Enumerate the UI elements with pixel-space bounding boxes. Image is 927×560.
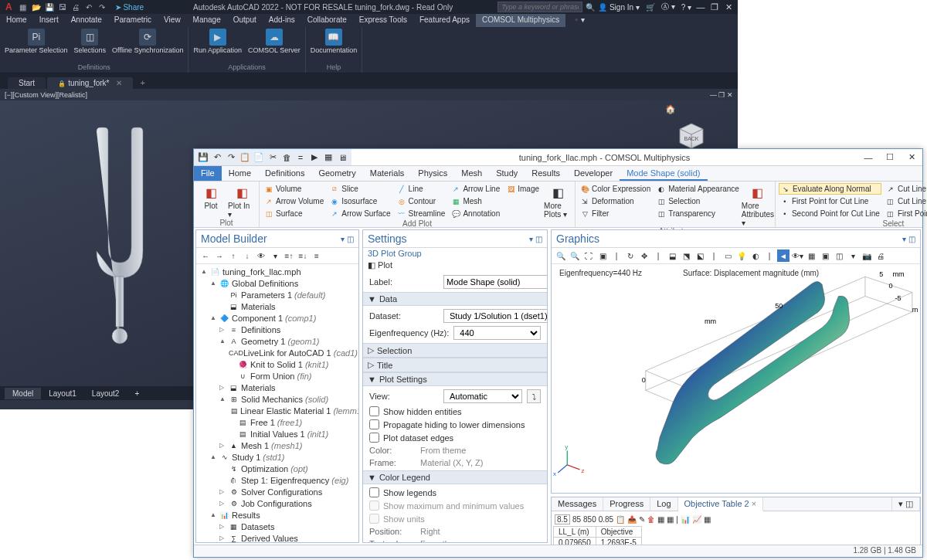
pane-menu-icon[interactable]: ▾ ◫ [902, 235, 915, 243]
tab-tuning-fork[interactable]: 🔒tuning_fork*✕ [47, 77, 132, 89]
arrow-surface-button[interactable]: ↗Arrow Surface [328, 208, 392, 219]
tab-close-icon[interactable]: × [752, 499, 756, 508]
undo-icon[interactable]: ↶ [211, 151, 223, 164]
redo-icon[interactable]: ↷ [225, 151, 237, 164]
streamline-button[interactable]: 〰Streamline [396, 208, 447, 219]
save-icon[interactable]: 💾 [44, 2, 55, 12]
menu-view[interactable]: View [158, 14, 187, 27]
collapse-icon[interactable]: ≡↑ [283, 249, 295, 262]
menu-output[interactable]: Output [227, 14, 263, 27]
tree-node[interactable]: ▷⬓Materials [198, 382, 357, 393]
section-data[interactable]: ▼Data [363, 292, 547, 306]
tree-node[interactable]: ⬓Materials [198, 300, 357, 312]
copy-icon[interactable]: 📋 [239, 151, 251, 164]
propagate-checkbox[interactable] [369, 419, 379, 429]
graphics-viewport[interactable]: Eigenfrequency=440 Hz Surface: Displacem… [552, 264, 920, 493]
tab-model[interactable]: Model [5, 388, 41, 399]
filter-button[interactable]: ▽Filter [579, 208, 652, 219]
compute-icon[interactable]: = [294, 151, 307, 164]
tree-node[interactable]: ▲AGeometry 1 (geom1) [198, 335, 357, 347]
dataset-select[interactable]: Study 1/Solution 1 (dset1) [443, 309, 547, 323]
minimize-icon[interactable]: — [857, 149, 879, 166]
section-title[interactable]: ▷Title [363, 358, 547, 372]
saveas-icon[interactable]: 🖫 [57, 2, 68, 12]
image-button[interactable]: 🖼Image [504, 183, 541, 195]
close-icon[interactable]: ✕ [722, 2, 735, 12]
transparency-button[interactable]: ◫Transparency [655, 208, 741, 219]
delete-icon[interactable]: 🗑 [647, 515, 655, 524]
menu-home[interactable]: Home [222, 166, 258, 181]
restore-icon[interactable]: ❐ [708, 2, 721, 12]
menu-developer[interactable]: Developer [567, 166, 620, 181]
maximize-icon[interactable]: ☐ [879, 149, 901, 166]
num-icon[interactable]: 850 [583, 515, 596, 524]
second-point-cut-button[interactable]: •Second Point for Cut Line [779, 208, 881, 219]
tab-add-icon[interactable]: + [127, 388, 147, 399]
table-icon[interactable]: ▦ [657, 515, 664, 524]
tree-node[interactable]: ▲🔷Component 1 (comp1) [198, 312, 357, 324]
tab-start[interactable]: Start [8, 77, 46, 89]
menu-collaborate[interactable]: Collaborate [301, 14, 353, 27]
arrow-volume-button[interactable]: ↗Arrow Volume [263, 195, 325, 207]
cut-line-surf-button[interactable]: ◫Cut Line Surface Normal [885, 195, 927, 207]
param-selection-button[interactable]: PiParameter Selection [5, 29, 68, 54]
back-icon[interactable]: ← [199, 249, 212, 262]
tree-node[interactable]: ↯Optimization (opt) [198, 463, 357, 474]
tab-new-icon[interactable]: + [134, 76, 151, 89]
redo-icon[interactable]: ↷ [97, 2, 107, 12]
menu-mesh[interactable]: Mesh [454, 166, 489, 181]
save-icon[interactable]: 💾 [197, 151, 209, 164]
tree-node[interactable]: ▷∑Derived Values [198, 532, 357, 542]
tree-node[interactable]: ▷⚙Solver Configurations [198, 486, 357, 497]
zoom-extents-icon[interactable]: ⛶ [582, 249, 595, 262]
tab-layout2[interactable]: Layout2 [84, 388, 127, 399]
tab-objective-table[interactable]: Objective Table 2 × [678, 497, 764, 511]
tree-node[interactable]: ▷▦Datasets [198, 521, 357, 532]
table-icon[interactable]: ▦ [667, 515, 674, 524]
pencil-icon[interactable]: ✎ [639, 515, 645, 524]
tab-messages[interactable]: Messages [552, 497, 603, 511]
close-icon[interactable]: ✕ [901, 149, 922, 166]
acad-search-input[interactable] [497, 2, 582, 12]
rotate-icon[interactable]: ↻ [624, 249, 637, 262]
tab-close-icon[interactable]: ✕ [116, 79, 122, 87]
menu-overflow[interactable]: ▪️▾ [565, 14, 591, 27]
eigenfreq-select[interactable]: 440 [453, 326, 541, 340]
menu-geometry[interactable]: Geometry [311, 166, 362, 181]
tree-node[interactable]: PiParameters 1 (default) [198, 289, 357, 300]
contour-button[interactable]: ◎Contour [396, 195, 447, 207]
mesh-icon[interactable]: ▦ [322, 151, 334, 164]
plot-mesh-button[interactable]: ▦Mesh [450, 195, 501, 207]
menu-file[interactable]: File [194, 166, 222, 181]
show-icon[interactable]: 👁 [255, 249, 267, 262]
plot-edges-checkbox[interactable] [369, 433, 379, 443]
light-icon[interactable]: 💡 [735, 249, 748, 262]
tab-progress[interactable]: Progress [603, 497, 650, 511]
view-yz-icon[interactable]: ⬔ [680, 249, 692, 262]
plot-icon[interactable]: ▦ [704, 515, 711, 524]
tree-node[interactable]: ▷≡Definitions [198, 324, 357, 335]
selection-list-icon[interactable]: ◄ [777, 249, 789, 262]
delete-icon[interactable]: 🗑 [280, 151, 293, 164]
zoom-out-icon[interactable]: 🔍 [569, 249, 581, 262]
expand-icon[interactable]: ≡↓ [297, 249, 309, 262]
scene-icon[interactable]: ▣ [819, 249, 831, 262]
section-selection[interactable]: ▷Selection [363, 343, 547, 358]
down-icon[interactable]: ↓ [241, 249, 253, 262]
num-icon[interactable]: 0.85 [599, 515, 613, 524]
view-select[interactable]: Automatic [443, 389, 522, 403]
show-legends-checkbox[interactable] [369, 487, 379, 497]
fwd-icon[interactable]: → [213, 249, 226, 262]
selection-button[interactable]: ◫Selection [655, 195, 741, 207]
tree-node[interactable]: ▷⚙Job Configurations [198, 497, 357, 509]
viewcube[interactable]: BACK [676, 120, 707, 151]
menu-mode-shape[interactable]: Mode Shape (solid) [620, 166, 707, 181]
selections-button[interactable]: ◫Selections [74, 29, 107, 54]
surface-button[interactable]: ◫Surface [263, 208, 325, 219]
line-button[interactable]: ╱Line [396, 183, 447, 195]
up-icon[interactable]: ↑ [227, 249, 239, 262]
more-plots-button[interactable]: ◧More Plots ▾ [544, 183, 572, 219]
vp-minimize-icon[interactable]: — [710, 91, 717, 99]
annotation-button[interactable]: 💬Annotation [450, 208, 501, 219]
plot-icon[interactable]: 📊 [681, 515, 690, 524]
